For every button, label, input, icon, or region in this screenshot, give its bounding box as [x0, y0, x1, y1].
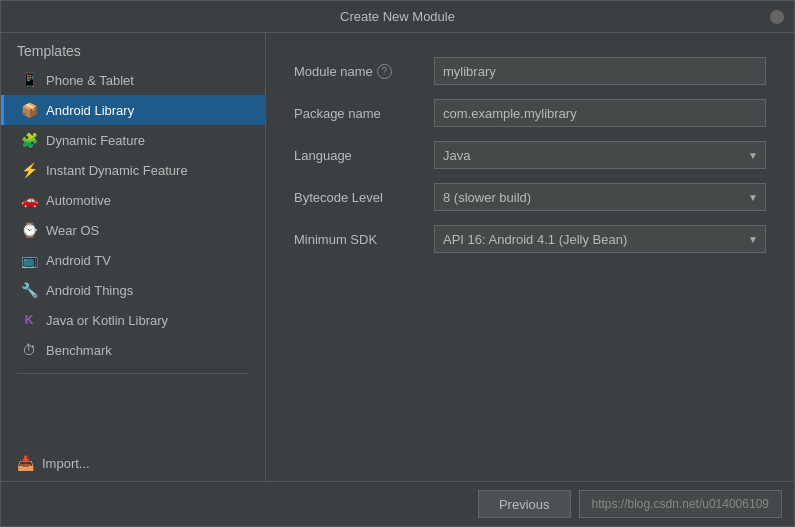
sidebar-section-header: Templates	[1, 33, 265, 65]
close-button[interactable]	[770, 10, 784, 24]
sidebar: Templates 📱 Phone & Tablet 📦 Android Lib…	[1, 33, 266, 481]
language-row: Language Java Kotlin ▼	[294, 141, 766, 169]
wear-os-icon: ⌚	[20, 221, 38, 239]
form-area: Module name ? Package name Language	[266, 33, 794, 481]
sidebar-item-phone-tablet[interactable]: 📱 Phone & Tablet	[1, 65, 265, 95]
android-tv-icon: 📺	[20, 251, 38, 269]
sidebar-label-android-library: Android Library	[46, 103, 134, 118]
sidebar-label-automotive: Automotive	[46, 193, 111, 208]
titlebar: Create New Module	[1, 1, 794, 33]
module-name-help-icon[interactable]: ?	[377, 64, 392, 79]
min-sdk-label: Minimum SDK	[294, 232, 434, 247]
benchmark-icon: ⏱	[20, 341, 38, 359]
url-display: https://blog.csdn.net/u014006109	[579, 490, 782, 518]
sidebar-label-android-tv: Android TV	[46, 253, 111, 268]
module-name-label: Module name ?	[294, 64, 434, 79]
sidebar-item-android-things[interactable]: 🔧 Android Things	[1, 275, 265, 305]
sidebar-label-instant-dynamic: Instant Dynamic Feature	[46, 163, 188, 178]
java-kotlin-icon: K	[20, 311, 38, 329]
sidebar-label-wear-os: Wear OS	[46, 223, 99, 238]
bytecode-row: Bytecode Level 8 (slower build) 6 7 ▼	[294, 183, 766, 211]
sidebar-item-android-tv[interactable]: 📺 Android TV	[1, 245, 265, 275]
min-sdk-control: API 16: Android 4.1 (Jelly Bean) API 21:…	[434, 225, 766, 253]
automotive-icon: 🚗	[20, 191, 38, 209]
package-name-label: Package name	[294, 106, 434, 121]
window-title: Create New Module	[340, 9, 455, 24]
language-select[interactable]: Java Kotlin	[434, 141, 766, 169]
dynamic-feature-icon: 🧩	[20, 131, 38, 149]
sidebar-label-android-things: Android Things	[46, 283, 133, 298]
sidebar-item-benchmark[interactable]: ⏱ Benchmark	[1, 335, 265, 365]
sidebar-import[interactable]: 📥 Import...	[1, 445, 265, 481]
bytecode-label: Bytecode Level	[294, 190, 434, 205]
content-area: Templates 📱 Phone & Tablet 📦 Android Lib…	[1, 33, 794, 481]
sidebar-item-android-library[interactable]: 📦 Android Library	[1, 95, 265, 125]
package-name-input[interactable]	[434, 99, 766, 127]
sidebar-item-java-kotlin[interactable]: K Java or Kotlin Library	[1, 305, 265, 335]
min-sdk-row: Minimum SDK API 16: Android 4.1 (Jelly B…	[294, 225, 766, 253]
bytecode-control: 8 (slower build) 6 7 ▼	[434, 183, 766, 211]
min-sdk-select[interactable]: API 16: Android 4.1 (Jelly Bean) API 21:…	[434, 225, 766, 253]
sidebar-label-phone-tablet: Phone & Tablet	[46, 73, 134, 88]
language-label: Language	[294, 148, 434, 163]
sidebar-item-wear-os[interactable]: ⌚ Wear OS	[1, 215, 265, 245]
sidebar-label-dynamic-feature: Dynamic Feature	[46, 133, 145, 148]
sidebar-label-java-kotlin: Java or Kotlin Library	[46, 313, 168, 328]
window: Create New Module Templates 📱 Phone & Ta…	[0, 0, 795, 527]
footer: Previous https://blog.csdn.net/u01400610…	[1, 481, 794, 526]
package-name-row: Package name	[294, 99, 766, 127]
previous-button[interactable]: Previous	[478, 490, 571, 518]
android-things-icon: 🔧	[20, 281, 38, 299]
package-name-control	[434, 99, 766, 127]
module-name-control	[434, 57, 766, 85]
android-library-icon: 📦	[20, 101, 38, 119]
module-name-row: Module name ?	[294, 57, 766, 85]
phone-tablet-icon: 📱	[20, 71, 38, 89]
sidebar-divider	[17, 373, 249, 374]
language-control: Java Kotlin ▼	[434, 141, 766, 169]
sidebar-item-instant-dynamic[interactable]: ⚡ Instant Dynamic Feature	[1, 155, 265, 185]
sidebar-label-benchmark: Benchmark	[46, 343, 112, 358]
sidebar-item-automotive[interactable]: 🚗 Automotive	[1, 185, 265, 215]
bytecode-select[interactable]: 8 (slower build) 6 7	[434, 183, 766, 211]
instant-dynamic-icon: ⚡	[20, 161, 38, 179]
module-name-input[interactable]	[434, 57, 766, 85]
import-label: Import...	[42, 456, 90, 471]
import-icon: 📥	[17, 455, 34, 471]
sidebar-item-dynamic-feature[interactable]: 🧩 Dynamic Feature	[1, 125, 265, 155]
